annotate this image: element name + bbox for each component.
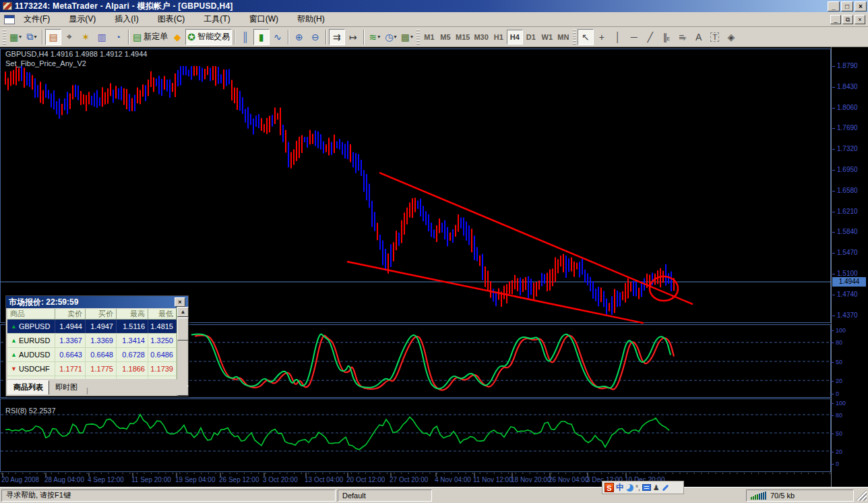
auto-scroll-button[interactable]: ⇉ [329, 29, 345, 45]
resize-grip[interactable] [856, 490, 867, 501]
column-header-3[interactable]: 最高 [117, 309, 148, 319]
bar-chart-mode-button[interactable]: ║ [237, 29, 253, 45]
text-label-button[interactable]: T [707, 29, 723, 45]
symbol-row-eurusd[interactable]: ▲EURUSD1.33671.33691.34141.3250 [7, 334, 187, 348]
column-header-1[interactable]: 卖价 [55, 309, 86, 319]
new-order-button[interactable]: ▤新定单 [131, 29, 169, 45]
ime-language-toggle[interactable]: 中 [616, 482, 624, 494]
arrows-tool-button[interactable]: ◈ [723, 29, 739, 45]
market-watch-button[interactable]: ▤ [45, 29, 61, 45]
time-tick-label: 4 Nov 04:00 [435, 476, 471, 483]
symbol-row-audusd[interactable]: ▲AUDUSD0.66430.66480.67280.6486 [7, 348, 187, 362]
chart-profiles-button[interactable]: ⧉▾ [24, 29, 40, 45]
templates-button[interactable]: ▩▾ [399, 29, 415, 45]
menu-item-0[interactable]: 文件(F) [22, 12, 52, 26]
indicators-button[interactable]: ≋▾ [367, 29, 383, 45]
ime-fullwidth-icon[interactable] [626, 484, 633, 492]
status-profile[interactable]: Default [338, 490, 432, 502]
zoom-out-button[interactable]: ⊖ [307, 29, 323, 45]
expert-advisors-button[interactable]: ✪智能交易 [185, 29, 232, 45]
symbol-row-gbpusd[interactable]: ▲GBPUSD1.49441.49471.51161.4815 [7, 320, 187, 334]
navigator-button[interactable]: ✶ [78, 29, 94, 45]
menu-item-2[interactable]: 插入(I) [113, 12, 140, 26]
timeframe-d1-button[interactable]: D1 [523, 30, 539, 45]
quote-cell: 807.60 [148, 376, 177, 379]
ime-profile-icon[interactable]: ♟ [653, 483, 660, 492]
timeframe-m15-button[interactable]: M15 [454, 30, 472, 45]
periods-button[interactable]: ◷▾ [383, 29, 399, 45]
timeframe-w1-button[interactable]: W1 [539, 30, 555, 45]
timeframe-m5-button[interactable]: M5 [437, 30, 454, 45]
timeframe-h4-button[interactable]: H4 [507, 30, 523, 45]
indicator-scale-label: 20 [836, 448, 842, 456]
crosshair-button[interactable]: + [594, 29, 610, 45]
data-window-button[interactable]: ⌖ [61, 29, 78, 45]
horizontal-line-icon: ─ [631, 32, 638, 42]
vertical-line-button[interactable]: │ [610, 29, 626, 45]
auto-scroll-icon: ⇉ [333, 32, 341, 42]
toolbar-grip[interactable] [573, 30, 576, 45]
terminal-button[interactable]: ▥ [94, 29, 110, 45]
child-close-button[interactable]: × [855, 15, 865, 24]
quote-cell: 0.6728 [117, 348, 148, 361]
chart-window-icon[interactable] [4, 15, 15, 24]
column-header-4[interactable]: 最低 [148, 309, 177, 319]
timeframe-h1-button[interactable]: H1 [491, 30, 507, 45]
column-header-0[interactable]: 商品 [7, 309, 55, 319]
ime-logo-icon[interactable]: S [604, 483, 614, 492]
toolbar-grip[interactable] [3, 30, 6, 45]
symbol-name: USDCHF [19, 365, 50, 373]
menu-item-4[interactable]: 工具(T) [202, 12, 232, 26]
line-chart-mode-button[interactable]: ∿ [270, 29, 286, 45]
minimize-button[interactable]: _ [828, 1, 840, 11]
alert-button[interactable]: ◆ [169, 29, 185, 45]
close-button[interactable]: × [855, 1, 867, 11]
menu-item-3[interactable]: 图表(C) [156, 12, 187, 26]
status-help-text: 寻求帮助, 请按F1键 [1, 490, 336, 502]
ime-keyboard-icon[interactable] [642, 484, 651, 491]
quote-cell: 1.3250 [148, 334, 177, 347]
price-tick-label: 1.5840 [837, 228, 858, 236]
child-minimize-button[interactable]: _ [830, 15, 841, 24]
ime-settings-icon[interactable] [662, 484, 669, 491]
strategy-tester-button[interactable]: ◔ [110, 29, 126, 45]
rsi-indicator-label: RSI(8) 52.2537 [5, 407, 56, 415]
candlestick-mode-button[interactable]: ▮ [253, 29, 270, 45]
periods-icon: ◷ [385, 32, 393, 42]
chart-canvas[interactable] [0, 47, 831, 487]
timeframe-m1-button[interactable]: M1 [421, 30, 437, 45]
chart-shift-button[interactable]: ↦ [345, 29, 361, 45]
menu-item-5[interactable]: 窗口(W) [247, 12, 280, 26]
price-axis[interactable]: 1.4944 1.87901.84301.80601.76901.73201.6… [831, 47, 868, 487]
text-button[interactable]: A [691, 29, 707, 45]
maximize-button[interactable]: □ [841, 1, 853, 11]
market-watch-close-icon[interactable]: × [175, 297, 185, 307]
toolbar-grip[interactable] [416, 30, 420, 45]
fibonacci-retracement-button[interactable]: ≡F [675, 29, 691, 45]
market-watch-titlebar[interactable]: 市场报价: 22:59:59 × [6, 296, 188, 308]
tab-商品列表[interactable]: 商品列表 [7, 380, 49, 394]
scroll-up-icon[interactable]: ▲ [177, 307, 189, 317]
ime-punctuation-toggle[interactable]: °, [636, 484, 640, 492]
zoom-in-button[interactable]: ⊕ [291, 29, 307, 45]
timeframe-m30-button[interactable]: M30 [472, 30, 490, 45]
indicator-scale-label: 80 [836, 338, 842, 347]
time-axis[interactable]: 20 Aug 200828 Aug 04:004 Sep 12:0011 Sep… [0, 476, 831, 487]
menu-item-1[interactable]: 显示(V) [67, 12, 98, 26]
timeframe-mn-button[interactable]: MN [555, 30, 571, 45]
horizontal-line-button[interactable]: ─ [626, 29, 642, 45]
menu-item-6[interactable]: 帮助(H) [295, 12, 327, 26]
scrollbar-thumb[interactable] [177, 318, 189, 341]
symbol-row-usdchf[interactable]: ▼USDCHF1.17711.17751.18661.1739 [7, 362, 187, 376]
equidistant-channel-button[interactable]: ∥E [658, 29, 675, 45]
child-restore-button[interactable]: ⧉ [842, 15, 853, 24]
symbol-row-gold[interactable]: ▲GOLD821.30822.80828.50807.60 [7, 376, 187, 379]
chart-area[interactable]: GBPUSD,H4 1.4916 1.4988 1.4912 1.4944 Se… [0, 47, 868, 487]
cursor-button[interactable]: ↖ [578, 29, 594, 45]
column-header-2[interactable]: 买价 [86, 309, 117, 319]
indicators-icon: ≋ [369, 32, 377, 42]
trendline-button[interactable]: ╱ [642, 29, 658, 45]
tab-即时图[interactable]: 即时图 [50, 381, 83, 394]
dropdown-arrow-icon: ▾ [34, 34, 36, 40]
new-chart-button[interactable]: ▦▾ [7, 29, 24, 45]
